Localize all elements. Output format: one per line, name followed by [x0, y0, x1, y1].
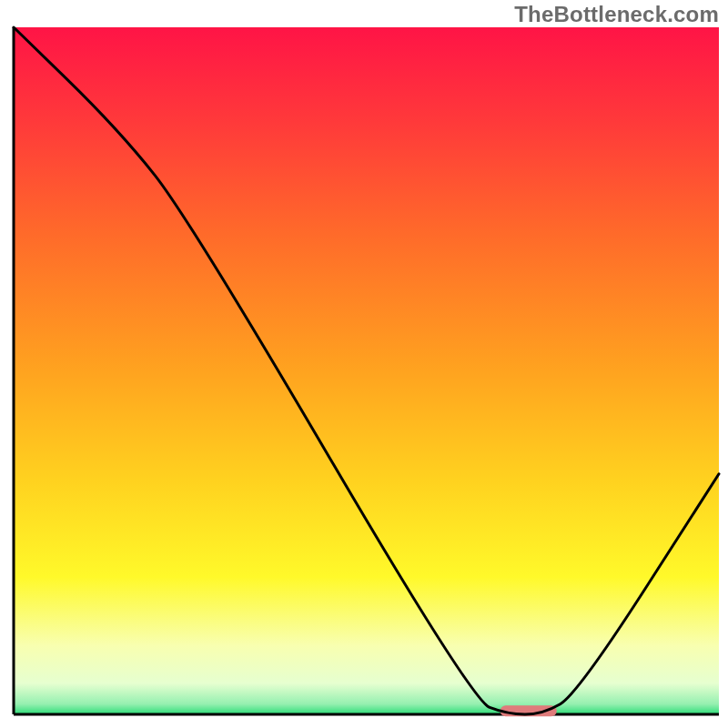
chart-container: TheBottleneck.com — [0, 0, 728, 728]
gradient-background — [14, 27, 719, 714]
watermark-text: TheBottleneck.com — [514, 2, 719, 27]
bottleneck-chart — [0, 0, 728, 728]
